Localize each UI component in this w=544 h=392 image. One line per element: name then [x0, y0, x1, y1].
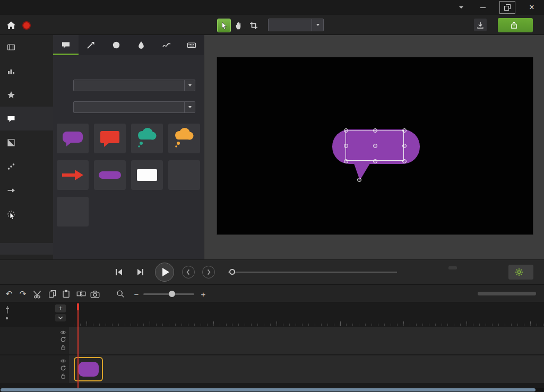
previous-frame-button[interactable]	[113, 266, 125, 278]
canvas-zoom-dropdown[interactable]	[268, 19, 324, 31]
close-button[interactable]: ×	[520, 0, 544, 15]
style-dropdown[interactable]	[73, 80, 195, 91]
callout-style-cloud-orange[interactable]	[168, 124, 200, 153]
properties-button[interactable]	[508, 265, 533, 280]
lock-icon[interactable]	[60, 373, 66, 379]
select-tool-button[interactable]	[217, 19, 231, 32]
restore-icon	[504, 4, 511, 11]
resize-handle-n[interactable]	[373, 128, 377, 133]
record-button[interactable]	[22, 19, 34, 32]
zoom-in-button[interactable]: +	[197, 288, 209, 300]
track-2-content[interactable]	[69, 327, 544, 354]
split-button[interactable]	[75, 288, 87, 300]
canvas-callout[interactable]	[332, 129, 438, 188]
sidebar-item-media[interactable]	[0, 35, 53, 59]
hand-icon	[234, 21, 244, 30]
restore-button[interactable]	[499, 1, 515, 14]
menu-modify[interactable]	[21, 0, 31, 15]
menu-view[interactable]	[31, 0, 40, 15]
anchor-handle[interactable]	[373, 144, 377, 148]
home-button[interactable]	[4, 19, 18, 32]
scrubber-track[interactable]	[228, 272, 397, 273]
canvas-area	[204, 35, 544, 259]
minimize-button[interactable]	[471, 0, 495, 15]
copy-button[interactable]	[47, 288, 58, 300]
add-track-button[interactable]: +	[55, 304, 66, 312]
playhead-marker[interactable]	[77, 303, 79, 310]
canvas-stage[interactable]	[217, 57, 533, 235]
download-button[interactable]	[474, 19, 487, 31]
sidebar-item-favorites[interactable]	[0, 83, 53, 107]
zoom-out-button[interactable]: −	[131, 288, 142, 300]
lock-icon[interactable]	[60, 344, 66, 351]
next-frame-button[interactable]	[134, 266, 146, 278]
track-1-header[interactable]	[0, 355, 69, 383]
timeline-zoom-knob[interactable]	[169, 291, 175, 297]
loop-icon[interactable]	[60, 336, 66, 343]
scrubber-knob[interactable]	[229, 269, 235, 275]
tail-handle[interactable]	[357, 178, 361, 182]
track-options-button[interactable]	[55, 314, 66, 321]
undo-button[interactable]: ↶	[3, 288, 15, 300]
tab-shapes[interactable]	[103, 35, 129, 55]
theme-dropdown[interactable]	[73, 101, 195, 113]
jump-forward-button[interactable]	[202, 266, 215, 278]
chevron-down-icon	[312, 19, 323, 31]
signin-button[interactable]	[448, 0, 471, 15]
snapshot-button[interactable]	[89, 288, 101, 300]
export-button[interactable]	[498, 18, 533, 32]
selection-box[interactable]	[346, 130, 404, 161]
plus-icon: +	[201, 290, 206, 299]
resize-handle-sw[interactable]	[344, 159, 348, 163]
sidebar-item-behaviors[interactable]	[0, 154, 53, 178]
callout-style-rect-white[interactable]	[131, 160, 163, 190]
resize-handle-s[interactable]	[373, 159, 377, 163]
sidebar-item-transitions[interactable]	[0, 130, 53, 154]
paste-button[interactable]	[61, 288, 72, 300]
tab-callouts[interactable]	[53, 35, 79, 55]
zoom-timeline-button[interactable]	[115, 288, 126, 300]
crop-tool-button[interactable]	[247, 19, 261, 32]
callout-style-rounded-purple[interactable]	[57, 124, 89, 153]
menu-help[interactable]	[50, 0, 59, 15]
tab-blur[interactable]	[129, 35, 154, 55]
redo-button[interactable]: ↷	[17, 288, 29, 300]
play-button[interactable]	[155, 263, 174, 282]
callout-style-pill-purple[interactable]	[94, 160, 126, 190]
callout-style-speech-red[interactable]	[94, 124, 126, 153]
resize-handle-w[interactable]	[344, 144, 348, 148]
track-2-header[interactable]	[0, 327, 69, 354]
menu-file[interactable]	[2, 0, 12, 15]
loop-icon[interactable]	[60, 365, 66, 371]
sidebar-item-animations[interactable]	[0, 178, 53, 202]
cut-button[interactable]	[32, 288, 44, 300]
tab-arrows[interactable]	[79, 35, 104, 55]
playhead-line[interactable]	[77, 310, 79, 388]
shape-icon	[111, 40, 122, 50]
timeline-hscrollbar[interactable]	[478, 292, 536, 295]
callout-style-text-plain[interactable]	[168, 160, 200, 190]
pan-tool-button[interactable]	[232, 19, 246, 32]
callout-style-arrow-red[interactable]	[57, 160, 89, 190]
sidebar-item-library[interactable]	[0, 59, 53, 83]
resize-handle-e[interactable]	[402, 144, 407, 148]
sidebar-item-cursor-effects[interactable]	[0, 202, 53, 226]
callout-style-text-large[interactable]	[57, 197, 89, 227]
sidebar-item-annotations[interactable]	[0, 107, 53, 130]
tab-keystroke[interactable]	[179, 35, 205, 55]
eye-icon[interactable]	[60, 330, 66, 335]
sidebar-more-button[interactable]	[0, 243, 53, 255]
tab-sketch-motion[interactable]	[154, 35, 179, 55]
timeline-side-dot-icon[interactable]	[5, 316, 9, 320]
callout-style-cloud-teal[interactable]	[131, 124, 163, 153]
timeline-side-slider-icon[interactable]	[4, 306, 11, 314]
bottom-scrollbar-thumb[interactable]	[1, 388, 536, 391]
jump-back-button[interactable]	[182, 266, 195, 278]
resize-handle-nw[interactable]	[344, 128, 348, 133]
resize-handle-se[interactable]	[402, 159, 407, 163]
eye-icon[interactable]	[60, 359, 66, 363]
resize-handle-ne[interactable]	[402, 128, 407, 133]
track-1-content[interactable]	[69, 355, 544, 383]
menu-edit[interactable]	[12, 0, 21, 15]
menu-export[interactable]	[40, 0, 50, 15]
